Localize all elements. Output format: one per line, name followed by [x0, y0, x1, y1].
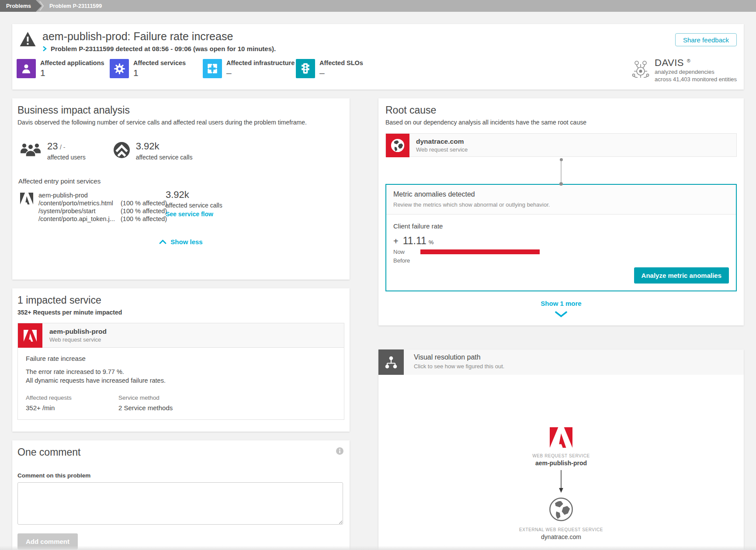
info-icon[interactable] [336, 447, 343, 457]
stat-value: 1 [40, 68, 104, 78]
delta-value: 11.11 [403, 235, 427, 247]
business-impact-title: Business impact analysis [17, 104, 344, 116]
entry-point-service: aem-publish-prod /content/porto/metrics.… [20, 192, 344, 222]
share-feedback-button[interactable]: Share feedback [675, 33, 737, 46]
stat-label: Affected infrastructure [226, 59, 295, 67]
service-calls-label: affected service calls [136, 154, 193, 161]
failure-title: Failure rate increase [26, 355, 336, 362]
root-cause-card: Root cause Based on our dependency analy… [378, 98, 744, 325]
affected-users-label: affected users [47, 154, 86, 161]
affected-requests-label: Affected requests [26, 394, 118, 401]
comments-card: One comment Comment on this problem Add … [12, 440, 350, 550]
delta-unit: % [429, 239, 434, 246]
vrp-subtitle: Click to see how we figured this out. [414, 363, 504, 370]
show-more-link[interactable]: Show 1 more [541, 300, 581, 307]
problem-header-card: aem-publish-prod: Failure rate increase … [12, 24, 744, 90]
delta-sign: + [393, 236, 399, 246]
stat-label: Affected SLOs [319, 59, 363, 67]
comment-textarea[interactable] [17, 482, 343, 525]
service-calls-value: 3.92k [136, 141, 193, 152]
show-less-label: Show less [170, 238, 202, 246]
entry-path[interactable]: /content/porto.api_token.j... [38, 215, 116, 222]
service-type: Web request service [49, 336, 107, 343]
root-cause-entity[interactable]: dynatrace.com Web request service [385, 133, 737, 157]
globe-icon [491, 497, 631, 523]
impacted-service-entity[interactable]: aem-publish-prod Web request service Fai… [17, 323, 344, 420]
service-method-label: Service method [118, 394, 211, 401]
expand-chevron-icon[interactable] [42, 45, 47, 52]
analyze-metric-anomalies-button[interactable]: Analyze metric anomalies [634, 267, 729, 284]
gear-icon [110, 59, 129, 78]
davis-line1: analyzed dependencies [655, 69, 737, 76]
entry-path-affected: (100 % affected) [121, 200, 167, 207]
stat-value: – [226, 68, 295, 78]
impacted-service-card: 1 impacted service 352+ Requests per min… [12, 288, 350, 432]
add-comment-button[interactable]: Add comment [17, 533, 78, 550]
business-impact-subtitle: Davis observed the following number of s… [17, 119, 344, 126]
entry-calls-value: 3.92k [166, 189, 222, 201]
metric-anomalies-box: Metric anomalies detected Review the met… [385, 184, 737, 291]
adobe-logo-icon [20, 193, 33, 222]
affected-users-value: 23 [47, 141, 58, 152]
comment-field-label: Comment on this problem [17, 472, 344, 479]
breadcrumb-problems-label: Problems [6, 3, 31, 9]
impacted-service-subtitle: 352+ Requests per minute impacted [17, 309, 344, 316]
service-method-value: 2 Service methods [118, 404, 211, 412]
failure-desc-line2: All dynamic requests have increased fail… [26, 377, 336, 385]
adobe-logo-icon [18, 323, 42, 348]
root-cause-service-type: Web request service [416, 146, 468, 153]
davis-brain-icon [631, 58, 650, 83]
entry-path-affected: (100 % affected) [121, 208, 167, 214]
breadcrumb-problems[interactable]: Problems [0, 0, 42, 12]
stat-affected-applications[interactable]: Affected applications 1 [17, 59, 110, 78]
show-less-button[interactable]: Show less [159, 238, 202, 246]
stat-affected-infrastructure[interactable]: Affected infrastructure – [203, 59, 296, 78]
node-name[interactable]: aem-publish-prod [491, 460, 631, 467]
service-calls-icon [114, 142, 130, 161]
adobe-logo-icon [491, 427, 631, 450]
entry-points-title: Affected entry point services [18, 177, 344, 185]
node-name[interactable]: dynatrace.com [491, 533, 631, 540]
business-impact-card: Business impact analysis Davis observed … [12, 98, 350, 280]
affected-requests-value: 352+ /min [26, 404, 118, 412]
stat-label: Affected services [133, 59, 186, 67]
visual-resolution-path-card[interactable]: Visual resolution path Click to see how … [378, 349, 744, 550]
affected-users-suffix: / - [60, 144, 65, 151]
stat-affected-slos[interactable]: Affected SLOs – [296, 59, 389, 78]
stat-value: – [319, 68, 363, 78]
traffic-light-icon [296, 59, 315, 78]
breadcrumb-current-problem[interactable]: Problem P-23111599 [44, 0, 102, 12]
root-cause-subtitle: Based on our dependency analysis all inc… [385, 119, 737, 126]
anomalies-subtitle: Review the metrics which show abnormal o… [393, 201, 729, 208]
chevron-up-icon [159, 239, 166, 244]
vrp-title: Visual resolution path [414, 353, 504, 361]
chevron-down-icon[interactable] [385, 311, 737, 319]
failure-desc-line1: The error rate increased to 9.77 %. [26, 368, 336, 377]
service-name: aem-publish-prod [49, 328, 107, 336]
warning-icon [20, 30, 36, 52]
infrastructure-icon [203, 59, 222, 78]
problem-detail-page: Problems Problem P-23111599 aem-publish-… [0, 0, 756, 550]
impacted-service-title: 1 impacted service [17, 294, 344, 306]
davis-summary: DAVIS ® analyzed dependencies across 41,… [631, 57, 737, 83]
affected-stats-row: Affected applications 1 Affected service… [17, 59, 389, 78]
root-cause-service-name: dynatrace.com [416, 138, 468, 145]
tree-icon [378, 349, 404, 375]
breadcrumb: Problems Problem P-23111599 [0, 0, 756, 12]
affected-users-metric: 23 / - affected users [20, 141, 86, 161]
entry-path-affected: (100 % affected) [121, 215, 167, 222]
see-service-flow-link[interactable]: See service flow [166, 211, 222, 218]
stat-value: 1 [133, 68, 186, 78]
now-bar [420, 249, 540, 254]
resolution-path-diagram: WEB REQUEST SERVICE aem-publish-prod EXT… [491, 427, 631, 540]
node-type-label: EXTERNAL WEB REQUEST SERVICE [491, 527, 631, 532]
dependency-connector [385, 157, 737, 184]
globe-icon [386, 134, 409, 157]
entry-service-name[interactable]: aem-publish-prod [38, 192, 167, 199]
stat-affected-services[interactable]: Affected services 1 [110, 59, 203, 78]
breadcrumb-current-label: Problem P-23111599 [49, 3, 102, 9]
entry-path[interactable]: /content/porto/metrics.html [38, 200, 116, 207]
entry-calls-label: affected service calls [166, 202, 222, 209]
users-group-icon [20, 142, 41, 161]
entry-path[interactable]: /system/probes/start [38, 208, 116, 214]
